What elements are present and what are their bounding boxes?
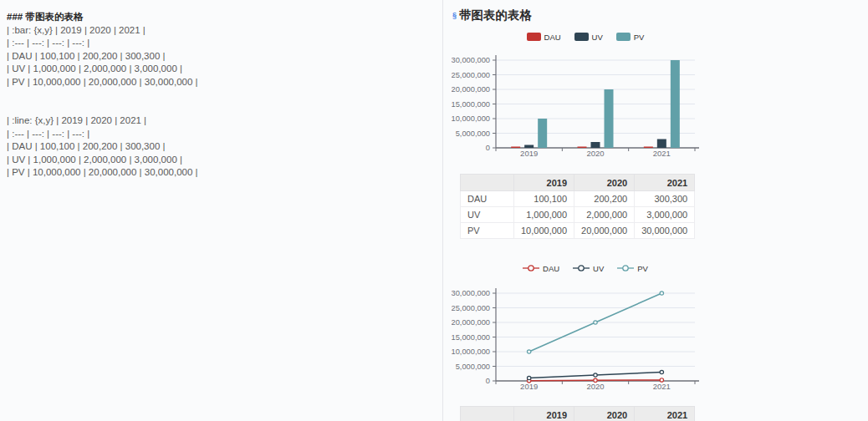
bar-chart: 05,000,00010,000,00015,000,00020,000,000… <box>452 45 719 162</box>
preview-heading-text: 带图表的表格 <box>459 8 532 23</box>
legend-item-pv[interactable]: PV <box>617 264 648 273</box>
source-line: | PV | 10,000,000 | 20,000,000 | 30,000,… <box>7 166 436 180</box>
legend-item-dau[interactable]: DAU <box>527 33 561 42</box>
table-header-cell: 2021 <box>635 175 695 191</box>
table-cell: 100,100 <box>514 191 574 207</box>
source-line: | DAU | 100,100 | 200,200 | 300,300 | <box>7 140 436 154</box>
table-header-cell: 2019 <box>514 175 574 191</box>
legend-line-marker-icon <box>617 264 634 272</box>
svg-text:10,000,000: 10,000,000 <box>452 347 490 356</box>
svg-text:20,000,000: 20,000,000 <box>452 85 490 94</box>
source-line: | UV | 1,000,000 | 2,000,000 | 3,000,000… <box>7 63 436 76</box>
svg-text:2021: 2021 <box>653 149 671 158</box>
svg-text:0: 0 <box>486 144 490 152</box>
svg-text:15,000,000: 15,000,000 <box>452 333 490 342</box>
svg-text:25,000,000: 25,000,000 <box>452 304 490 312</box>
table-header-row: 201920202021 <box>461 175 695 191</box>
legend-item-dau[interactable]: DAU <box>523 264 559 273</box>
table-cell: 20,000,000 <box>574 223 635 239</box>
table-header-cell: 2020 <box>574 175 635 191</box>
source-line: | :--- | ---: | ---: | ---: | <box>7 128 436 141</box>
table-cell: 10,000,000 <box>514 223 574 239</box>
svg-text:5,000,000: 5,000,000 <box>456 363 490 371</box>
data-table-bar: 201920202021DAU100,100200,200300,300UV1,… <box>460 174 695 239</box>
table-header-cell: 2019 <box>514 407 574 421</box>
table-cell: PV <box>461 223 514 239</box>
preview-heading: § 带图表的表格 <box>452 8 532 23</box>
legend-line-marker-icon <box>523 264 539 272</box>
legend-label: UV <box>592 33 603 42</box>
data-table-line: 201920202021DAU100,100200,200300,300UV1,… <box>460 406 695 421</box>
table-row: PV10,000,00020,000,00030,000,000 <box>461 223 695 239</box>
legend-item-uv[interactable]: UV <box>573 264 604 273</box>
legend-label: DAU <box>543 264 559 273</box>
table-cell: 3,000,000 <box>635 207 695 223</box>
table-cell: 2,000,000 <box>574 207 635 223</box>
legend-swatch-icon <box>616 33 631 41</box>
source-line: | PV | 10,000,000 | 20,000,000 | 30,000,… <box>7 76 436 89</box>
source-line: | UV | 1,000,000 | 2,000,000 | 3,000,000… <box>7 154 436 167</box>
source-line <box>7 89 436 102</box>
svg-text:10,000,000: 10,000,000 <box>452 114 490 123</box>
table-row: UV1,000,0002,000,0003,000,000 <box>461 207 695 223</box>
legend-label: PV <box>637 264 648 273</box>
svg-text:2019: 2019 <box>520 382 538 391</box>
table-cell: UV <box>461 207 514 223</box>
table-cell: 30,000,000 <box>635 223 695 239</box>
legend-label: UV <box>593 264 604 273</box>
svg-text:30,000,000: 30,000,000 <box>452 289 490 297</box>
line-chart: 05,000,00010,000,00015,000,00020,000,000… <box>452 278 719 395</box>
svg-text:2019: 2019 <box>520 149 538 158</box>
bar-chart-legend: DAUUVPV <box>452 31 719 43</box>
legend-item-uv[interactable]: UV <box>574 33 603 42</box>
svg-text:2020: 2020 <box>586 149 604 158</box>
svg-text:2020: 2020 <box>586 382 604 391</box>
table-row: DAU100,100200,200300,300 <box>461 191 695 207</box>
svg-text:20,000,000: 20,000,000 <box>452 318 490 327</box>
markdown-source-editor[interactable]: ### 带图表的表格| :bar: {x,y} | 2019 | 2020 | … <box>0 0 442 421</box>
table-header-cell <box>461 175 514 191</box>
table-header-cell: 2020 <box>574 407 635 421</box>
line-chart-legend: DAUUVPV <box>452 262 719 274</box>
legend-label: DAU <box>544 33 561 42</box>
heading-anchor-icon[interactable]: § <box>452 10 457 20</box>
svg-text:0: 0 <box>486 377 490 385</box>
legend-label: PV <box>634 33 645 42</box>
table-cell: 300,300 <box>635 191 695 207</box>
svg-text:15,000,000: 15,000,000 <box>452 100 490 109</box>
source-line: | :line: {x,y} | 2019 | 2020 | 2021 | <box>7 114 436 128</box>
source-line: | :bar: {x,y} | 2019 | 2020 | 2021 | <box>7 24 436 38</box>
source-line: | :--- | ---: | ---: | ---: | <box>7 37 436 50</box>
legend-swatch-icon <box>527 33 541 41</box>
table-cell: 1,000,000 <box>514 207 574 223</box>
source-line: | DAU | 100,100 | 200,200 | 300,300 | <box>7 50 436 63</box>
table-header-cell: 2021 <box>635 407 695 421</box>
legend-item-pv[interactable]: PV <box>616 33 645 42</box>
source-line <box>7 102 436 115</box>
legend-line-marker-icon <box>573 264 590 272</box>
svg-text:25,000,000: 25,000,000 <box>452 71 490 79</box>
svg-text:5,000,000: 5,000,000 <box>456 129 490 138</box>
legend-swatch-icon <box>574 33 589 41</box>
table-header-cell <box>461 407 514 421</box>
table-cell: DAU <box>461 191 514 207</box>
table-cell: 200,200 <box>574 191 635 207</box>
source-line: ### 带图表的表格 <box>7 11 436 24</box>
markdown-preview-pane: § 带图表的表格 DAUUVPV 05,000,00010,000,00015,… <box>443 0 868 421</box>
svg-text:2021: 2021 <box>653 382 671 391</box>
svg-text:30,000,000: 30,000,000 <box>452 56 490 64</box>
table-header-row: 201920202021 <box>461 407 695 421</box>
